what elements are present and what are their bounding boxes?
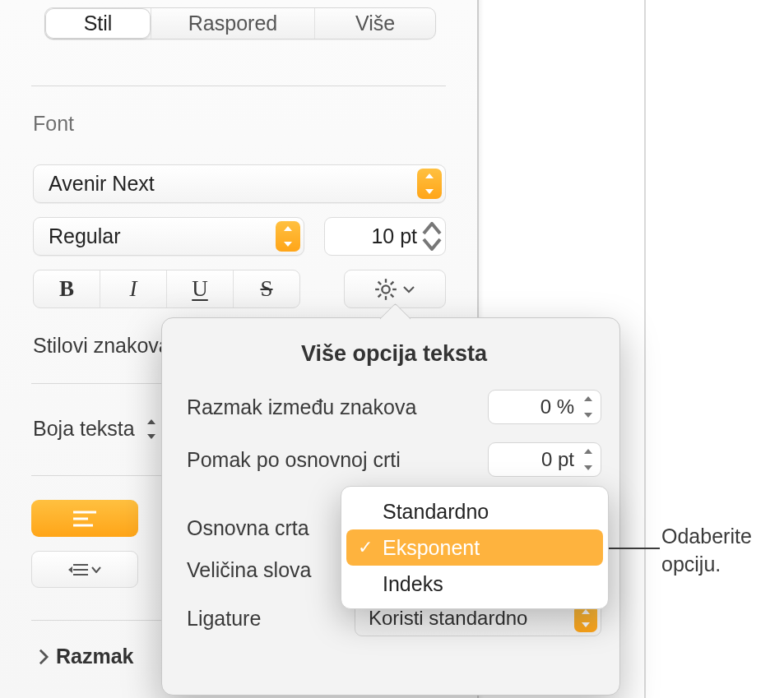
tab-segmented-control: Stil Raspored Više (44, 7, 436, 39)
svg-marker-15 (68, 566, 72, 573)
font-style-select[interactable]: Regular (33, 217, 304, 256)
spacing-label: Razmak (56, 645, 134, 668)
advanced-text-options-button[interactable] (344, 270, 446, 308)
callout-line1: Odaberite (661, 525, 752, 548)
align-left-button[interactable] (31, 500, 138, 537)
chevron-down-icon (402, 285, 415, 294)
stepper-down-icon[interactable] (422, 237, 442, 252)
ligatures-label: Ligature (187, 607, 261, 631)
dropdown-knob-icon (276, 221, 300, 252)
list-indent-icon (68, 562, 88, 577)
text-color-label[interactable]: Boja teksta (33, 416, 159, 441)
font-size-field[interactable]: 10 pt (324, 217, 446, 256)
menu-item-standard[interactable]: Standardno (346, 493, 603, 529)
font-size-stepper[interactable] (422, 221, 442, 252)
tab-stil[interactable]: Stil (45, 8, 151, 39)
char-spacing-row: Razmak između znakova 0 % (187, 390, 601, 424)
text-style-group: B I U S (33, 270, 300, 308)
font-style-value: Regular (49, 224, 121, 248)
popover-title: Više opcija teksta (187, 341, 601, 367)
stepper-icon[interactable] (579, 393, 597, 421)
chevron-right-icon (38, 648, 49, 666)
stepper-icon[interactable] (579, 446, 597, 474)
svg-line-8 (391, 281, 394, 284)
svg-line-5 (378, 281, 382, 284)
tab-label: Stil (84, 12, 113, 35)
font-family-value: Avenir Next (49, 172, 155, 196)
baseline-label: Osnovna crta (187, 516, 309, 540)
callout-line2: opciju. (661, 552, 721, 576)
ligatures-value: Koristi standardno (369, 607, 527, 630)
svg-point-0 (382, 285, 389, 293)
tab-raspored[interactable]: Raspored (151, 8, 314, 39)
divider (31, 86, 446, 86)
font-size-value: 10 pt (371, 224, 417, 248)
tab-vise[interactable]: Više (315, 8, 435, 39)
spacing-disclosure[interactable]: Razmak (38, 645, 134, 668)
menu-item-label: Eksponent (383, 536, 480, 560)
menu-item-label: Indeks (383, 572, 443, 596)
bold-button[interactable]: B (34, 270, 100, 307)
updown-icon (144, 419, 159, 439)
tab-label: Više (355, 12, 395, 35)
stepper-up-icon[interactable] (422, 221, 442, 237)
baseline-menu: Standardno Eksponent Indeks (341, 486, 609, 609)
underline-button[interactable]: U (167, 270, 234, 307)
dropdown-knob-icon (417, 169, 442, 199)
font-family-select[interactable]: Avenir Next (33, 164, 446, 203)
menu-item-index[interactable]: Indeks (346, 566, 603, 602)
baseline-shift-row: Pomak po osnovnoj crti 0 pt (187, 442, 601, 477)
text-color-text: Boja teksta (33, 417, 135, 440)
align-left-icon (73, 511, 96, 527)
baseline-shift-label: Pomak po osnovnoj crti (187, 448, 401, 472)
baseline-shift-field[interactable]: 0 pt (488, 442, 601, 477)
menu-item-label: Standardno (383, 500, 489, 524)
font-heading: Font (33, 112, 74, 136)
svg-line-6 (391, 294, 394, 297)
char-spacing-label: Razmak između znakova (187, 395, 416, 419)
character-styles-label: Stilovi znakova (33, 334, 170, 358)
char-spacing-field[interactable]: 0 % (488, 390, 601, 424)
menu-item-exponent[interactable]: Eksponent (346, 529, 603, 566)
svg-line-7 (378, 294, 382, 297)
tab-label: Raspored (188, 12, 277, 35)
baseline-shift-value: 0 pt (541, 448, 574, 471)
caps-label: Veličina slova (187, 558, 311, 582)
callout-text: Odaberite opciju. (661, 523, 752, 579)
char-spacing-value: 0 % (540, 395, 574, 418)
chevron-down-icon (91, 566, 101, 573)
list-indent-button[interactable] (31, 551, 138, 588)
callout-leader-line (602, 548, 660, 549)
italic-button[interactable]: I (100, 270, 167, 307)
strikethrough-button[interactable]: S (234, 270, 299, 307)
gear-icon (374, 278, 397, 301)
